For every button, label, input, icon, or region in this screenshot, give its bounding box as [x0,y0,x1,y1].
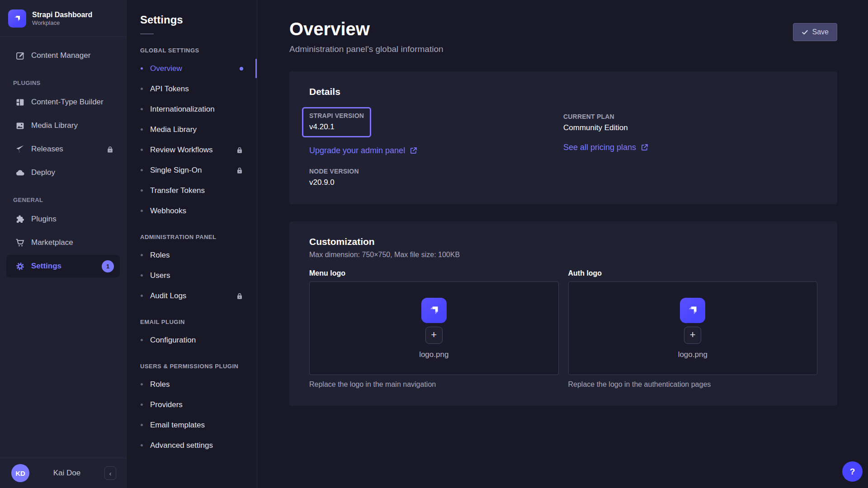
subnav-item-email-configuration[interactable]: Configuration [140,330,243,350]
layout-icon [15,97,25,107]
avatar[interactable]: KD [11,464,29,482]
subnav-item-advanced-settings[interactable]: Advanced settings [140,435,243,455]
group-label: USERS & PERMISSIONS PLUGIN [140,363,243,370]
puzzle-icon [15,214,25,224]
menu-logo-filename: logo.png [419,350,448,359]
cart-icon [15,238,25,248]
user-footer: KD Kai Doe ‹ [0,458,126,488]
lock-icon [236,167,243,174]
subnav-item-label: Audit Logs [150,291,186,300]
workspace-header[interactable]: Strapi Dashboard Workplace [0,0,126,37]
subnav-item-label: Single Sign-On [150,166,202,175]
plus-icon: + [431,330,437,340]
current-plan-value: Community Edition [563,123,817,132]
bullet-icon [141,404,143,406]
subnav-item-overview[interactable]: Overview [140,58,243,79]
node-version-label: NODE VERSION [309,168,563,175]
nav-item-content-type-builder[interactable]: Content-Type Builder [6,91,120,113]
auth-logo-label: Auth logo [568,269,818,277]
group-administration-panel: ADMINISTRATION PANEL Roles Users Audit L… [140,234,243,306]
gear-icon [15,261,25,271]
group-users-permissions-plugin: USERS & PERMISSIONS PLUGIN Roles Provide… [140,363,243,455]
subnav-item-label: Providers [150,400,183,409]
help-button[interactable]: ? [842,461,863,482]
chevron-left-icon: ‹ [109,469,112,477]
upgrade-link-label: Upgrade your admin panel [309,146,405,155]
nav-item-label: Plugins [31,215,57,224]
nav-section-general: GENERAL [0,185,126,207]
subnav-item-email-templates[interactable]: Email templates [140,415,243,435]
page-subtitle: Administration panel's global informatio… [289,44,443,54]
bullet-icon [141,108,143,110]
auth-logo-upload-tile[interactable]: + logo.png [568,282,818,375]
nav-item-settings[interactable]: Settings 1 [6,255,120,277]
nav-item-label: Deploy [31,168,55,177]
nav-item-releases[interactable]: Releases [6,138,120,160]
menu-logo-label: Menu logo [309,269,559,277]
bullet-icon [141,88,143,90]
details-right-column: CURRENT PLAN Community Edition See all p… [563,107,817,187]
nav-item-content-manager[interactable]: Content Manager [6,44,120,67]
subnav-item-providers[interactable]: Providers [140,394,243,415]
add-menu-logo-button[interactable]: + [425,327,443,344]
subnav-item-transfer-tokens[interactable]: Transfer Tokens [140,180,243,201]
question-mark-icon: ? [850,467,855,476]
subnav-item-label: API Tokens [150,84,189,94]
bullet-icon [141,295,143,297]
lock-icon [236,146,243,154]
subnav-item-label: Media Library [150,125,197,134]
nav-item-media-library[interactable]: Media Library [6,114,120,137]
subnav-item-review-workflows[interactable]: Review Workflows [140,140,243,160]
lock-icon [236,292,243,300]
nav-item-label: Content-Type Builder [31,98,104,107]
auth-logo-filename: logo.png [678,350,708,359]
nav-item-plugins[interactable]: Plugins [6,208,120,230]
bullet-icon [141,444,143,446]
subnav-item-media-library[interactable]: Media Library [140,119,243,140]
strapi-version-value: v4.20.1 [309,122,364,131]
bullet-icon [141,67,143,70]
bullet-icon [141,274,143,277]
auth-logo-help-text: Replace the logo in the authentication p… [568,380,818,389]
pricing-plans-link[interactable]: See all pricing plans [563,143,648,152]
external-link-icon [641,144,648,151]
details-left-column: STRAPI VERSION v4.20.1 Upgrade your admi… [309,107,563,187]
bullet-icon [141,128,143,131]
nav-item-deploy[interactable]: Deploy [6,161,120,184]
nav-item-label: Media Library [31,121,78,130]
upgrade-admin-panel-link[interactable]: Upgrade your admin panel [309,146,417,155]
strapi-mark-icon [12,13,23,24]
subnav-item-label: Internationalization [150,105,215,114]
page-header: Overview Administration panel's global i… [289,20,837,54]
subnav-item-audit-logs[interactable]: Audit Logs [140,286,243,306]
cloud-icon [15,168,25,178]
customization-card: Customization Max dimension: 750×750, Ma… [289,221,837,406]
current-plan-label: CURRENT PLAN [563,113,817,120]
feather-icon [15,51,25,61]
subnav-item-api-tokens[interactable]: API Tokens [140,79,243,99]
subnav-item-admin-roles[interactable]: Roles [140,245,243,265]
paper-plane-icon [15,144,25,154]
bullet-icon [141,254,143,256]
subnav-item-up-roles[interactable]: Roles [140,374,243,394]
auth-logo-field: Auth logo + logo.png Replace the logo in… [568,269,818,389]
subnav-item-admin-users[interactable]: Users [140,265,243,286]
nav-item-marketplace[interactable]: Marketplace [6,231,120,254]
user-name: Kai Doe [37,469,97,478]
settings-nav-title: Settings [140,14,243,26]
nav-item-label: Marketplace [31,238,73,247]
settings-subnav: Settings GLOBAL SETTINGS Overview API To… [127,0,257,488]
subnav-item-label: Users [150,271,170,280]
save-button[interactable]: Save [793,23,837,41]
subnav-item-webhooks[interactable]: Webhooks [140,201,243,221]
subnav-item-internationalization[interactable]: Internationalization [140,99,243,119]
strapi-logo-preview-icon [421,298,447,323]
pricing-link-label: See all pricing plans [563,143,636,152]
add-auth-logo-button[interactable]: + [684,327,701,344]
sidebar-collapse-button[interactable]: ‹ [104,466,116,480]
menu-logo-upload-tile[interactable]: + logo.png [309,282,559,375]
check-icon [802,29,808,36]
bullet-icon [141,169,143,171]
subnav-item-single-sign-on[interactable]: Single Sign-On [140,160,243,180]
main-content: Overview Administration panel's global i… [257,0,868,488]
